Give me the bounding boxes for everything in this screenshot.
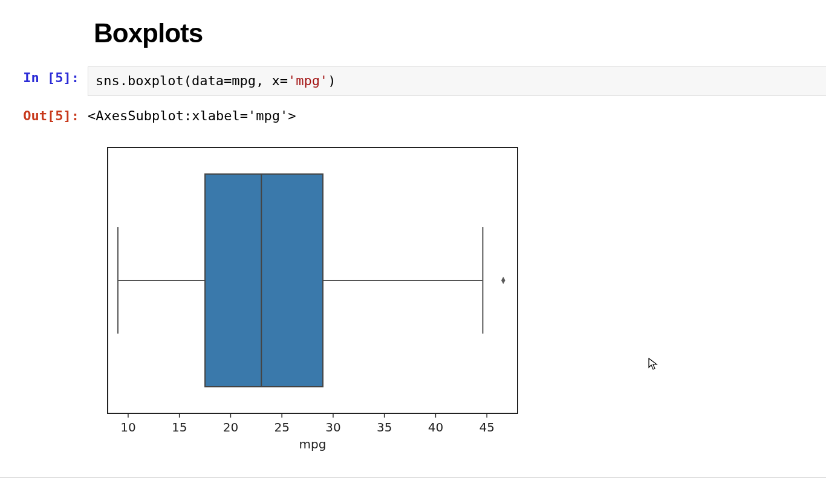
xtick-label: 40: [428, 420, 443, 435]
x-axis-label: mpg: [299, 437, 327, 451]
outlier-marker: [501, 277, 506, 284]
section-heading: Boxplots: [94, 18, 826, 48]
output-repr: <AxesSubplot:xlabel='mpg'>: [88, 105, 826, 123]
output-cell: Out[5]: <AxesSubplot:xlabel='mpg'>: [0, 105, 826, 123]
input-cell: In [5]: sns.boxplot(data=mpg, x='mpg'): [0, 66, 826, 96]
input-prompt: In [5]:: [0, 66, 88, 85]
xtick-label: 45: [479, 420, 494, 435]
code-text-string: 'mpg': [288, 73, 328, 88]
code-text-prefix: sns.boxplot(data=mpg, x=: [96, 73, 288, 88]
output-prompt: Out[5]:: [0, 105, 88, 123]
xtick-label: 15: [172, 420, 187, 435]
xtick-label: 35: [377, 420, 392, 435]
code-text-suffix: ): [328, 73, 336, 88]
xtick-label: 20: [223, 420, 238, 435]
xtick-label: 30: [325, 420, 340, 435]
xtick-label: 10: [120, 420, 135, 435]
cell-divider: [0, 477, 826, 478]
box-iqr: [205, 174, 323, 387]
code-input-area[interactable]: sns.boxplot(data=mpg, x='mpg'): [88, 66, 826, 96]
boxplot-figure: 1015202530354045mpg: [80, 140, 533, 467]
cursor-icon: [648, 358, 660, 371]
xtick-label: 25: [274, 420, 289, 435]
plot-output: 1015202530354045mpg: [80, 140, 533, 467]
